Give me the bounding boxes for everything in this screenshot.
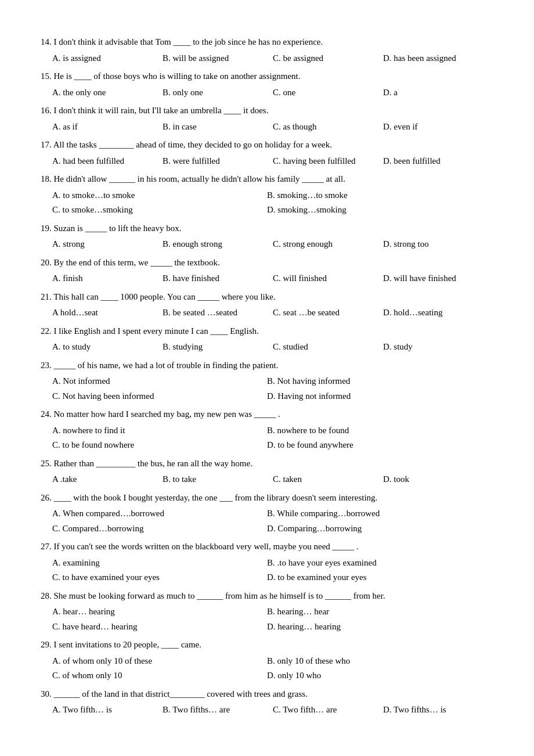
option-25-1: B. to take (163, 472, 267, 487)
option-17-1: B. were fulfilled (163, 154, 267, 169)
options-19: A. strongB. enough strongC. strong enoug… (41, 237, 493, 252)
option-20-2: C. will finished (273, 271, 377, 286)
options-16: A. as ifB. in caseC. as thoughD. even if (41, 120, 493, 135)
question-29: 29. I sent invitations to 20 people, ___… (41, 638, 493, 683)
question-text-28: 28. She must be looking forward as much … (41, 589, 493, 604)
option-19-3: D. strong too (383, 237, 488, 252)
options-21: A hold…seatB. be seated …seatedC. seat …… (41, 305, 493, 321)
option-16-1: B. in case (163, 120, 267, 135)
question-text-26: 26. ____ with the book I bought yesterda… (41, 491, 493, 506)
option-29-1: B. only 10 of these who (267, 654, 476, 669)
option-24-0: A. nowhere to find it (52, 423, 261, 438)
question-text-30: 30. ______ of the land in that district_… (41, 687, 493, 702)
option-30-2: C. Two fifth… are (273, 703, 377, 718)
option-19-1: B. enough strong (163, 237, 267, 252)
options-17: A. had been fulfilledB. were fulfilledC.… (41, 154, 493, 169)
question-text-23: 23. _____ of his name, we had a lot of t… (41, 358, 493, 373)
question-text-18: 18. He didn't allow ______ in his room, … (41, 172, 493, 187)
option-29-3: D. only 10 who (267, 668, 476, 683)
option-26-3: D. Comparing…borrowing (267, 521, 476, 537)
option-24-1: B. nowhere to be found (267, 423, 476, 438)
option-19-2: C. strong enough (273, 237, 377, 252)
option-23-2: C. Not having been informed (52, 389, 261, 404)
option-18-3: D. smoking…smoking (267, 203, 476, 218)
question-text-25: 25. Rather than _________ the bus, he ra… (41, 456, 493, 471)
option-16-2: C. as though (273, 120, 377, 135)
option-26-2: C. Compared…borrowing (52, 521, 261, 537)
question-17: 17. All the tasks ________ ahead of time… (41, 138, 493, 168)
option-23-3: D. Having not informed (267, 389, 476, 404)
question-text-24: 24. No matter how hard I searched my bag… (41, 407, 493, 422)
option-27-1: B. .to have your eyes examined (267, 556, 476, 571)
question-24: 24. No matter how hard I searched my bag… (41, 407, 493, 453)
options-24: A. nowhere to find itB. nowhere to be fo… (41, 423, 493, 453)
options-18: A. to smoke…to smokeB. smoking…to smokeC… (41, 188, 493, 218)
options-22: A. to studyB. studyingC. studiedD. study (41, 340, 493, 355)
question-text-19: 19. Suzan is _____ to lift the heavy box… (41, 221, 493, 236)
question-text-16: 16. I don't think it will rain, but I'll… (41, 103, 493, 118)
question-30: 30. ______ of the land in that district_… (41, 687, 493, 718)
question-18: 18. He didn't allow ______ in his room, … (41, 172, 493, 218)
option-27-0: A. examining (52, 556, 261, 571)
option-15-1: B. only one (163, 85, 267, 100)
question-21: 21. This hall can ____ 1000 people. You … (41, 290, 493, 321)
question-23: 23. _____ of his name, we had a lot of t… (41, 358, 493, 404)
options-14: A. is assignedB. will be assignedC. be a… (41, 51, 493, 66)
question-text-14: 14. I don't think it advisable that Tom … (41, 35, 493, 50)
option-20-1: B. have finished (163, 271, 267, 286)
option-28-2: C. have heard… hearing (52, 620, 261, 635)
option-23-0: A. Not informed (52, 374, 261, 389)
content: 14. I don't think it advisable that Tom … (41, 35, 493, 718)
option-19-0: A. strong (52, 237, 157, 252)
option-18-2: C. to smoke…smoking (52, 203, 261, 218)
option-26-0: A. When compared….borrowed (52, 506, 261, 521)
option-30-1: B. Two fifths… are (163, 703, 267, 718)
question-text-27: 27. If you can't see the words written o… (41, 539, 493, 555)
question-14: 14. I don't think it advisable that Tom … (41, 35, 493, 66)
question-text-22: 22. I like English and I spent every min… (41, 324, 493, 339)
option-21-3: D. hold…seating (383, 305, 488, 321)
options-20: A. finishB. have finishedC. will finishe… (41, 271, 493, 286)
option-14-1: B. will be assigned (163, 51, 267, 66)
option-23-1: B. Not having informed (267, 374, 476, 389)
options-28: A. hear… hearingB. hearing… hearC. have … (41, 604, 493, 634)
option-21-1: B. be seated …seated (163, 305, 267, 321)
question-27: 27. If you can't see the words written o… (41, 539, 493, 585)
option-14-3: D. has been assigned (383, 51, 488, 66)
option-30-0: A. Two fifth… is (52, 703, 157, 718)
options-27: A. examiningB. .to have your eyes examin… (41, 556, 493, 585)
option-15-2: C. one (273, 85, 377, 100)
options-23: A. Not informedB. Not having informedC. … (41, 374, 493, 404)
option-22-1: B. studying (163, 340, 267, 355)
question-22: 22. I like English and I spent every min… (41, 324, 493, 355)
option-29-2: C. of whom only 10 (52, 668, 261, 683)
option-14-2: C. be assigned (273, 51, 377, 66)
question-text-21: 21. This hall can ____ 1000 people. You … (41, 290, 493, 305)
question-26: 26. ____ with the book I bought yesterda… (41, 491, 493, 537)
option-15-0: A. the only one (52, 85, 157, 100)
option-25-2: C. taken (273, 472, 377, 487)
option-17-3: D. been fulfilled (383, 154, 488, 169)
option-26-1: B. While comparing…borrowed (267, 506, 476, 521)
options-15: A. the only oneB. only oneC. oneD. a (41, 85, 493, 100)
option-24-2: C. to be found nowhere (52, 438, 261, 453)
option-25-0: A .take (52, 472, 157, 487)
question-20: 20. By the end of this term, we _____ th… (41, 255, 493, 286)
option-24-3: D. to be found anywhere (267, 438, 476, 453)
question-16: 16. I don't think it will rain, but I'll… (41, 103, 493, 134)
option-16-0: A. as if (52, 120, 157, 135)
question-text-20: 20. By the end of this term, we _____ th… (41, 255, 493, 271)
question-text-29: 29. I sent invitations to 20 people, ___… (41, 638, 493, 653)
question-25: 25. Rather than _________ the bus, he ra… (41, 456, 493, 487)
options-30: A. Two fifth… isB. Two fifths… areC. Two… (41, 703, 493, 718)
option-18-0: A. to smoke…to smoke (52, 188, 261, 203)
option-25-3: D. took (383, 472, 488, 487)
option-14-0: A. is assigned (52, 51, 157, 66)
question-28: 28. She must be looking forward as much … (41, 589, 493, 635)
question-text-17: 17. All the tasks ________ ahead of time… (41, 138, 493, 153)
option-16-3: D. even if (383, 120, 488, 135)
option-22-2: C. studied (273, 340, 377, 355)
question-text-15: 15. He is ____ of those boys who is will… (41, 69, 493, 84)
question-15: 15. He is ____ of those boys who is will… (41, 69, 493, 100)
options-25: A .takeB. to takeC. takenD. took (41, 472, 493, 487)
